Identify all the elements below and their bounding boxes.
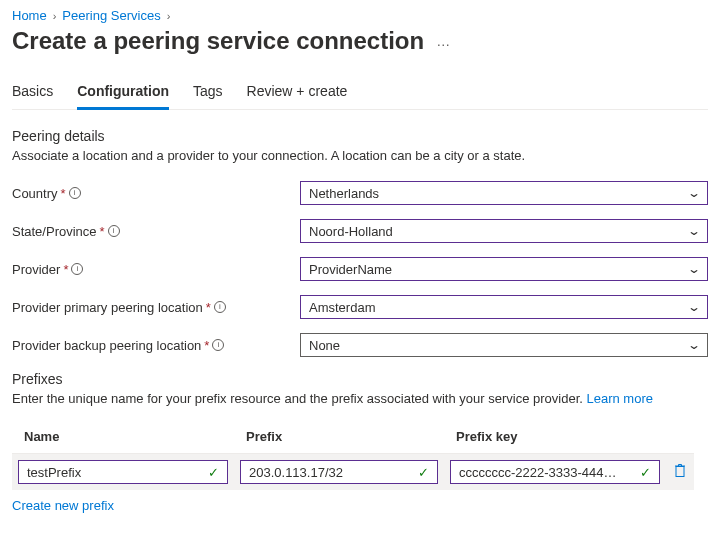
chevron-down-icon: ⌄ [687,224,701,238]
page-title: Create a peering service connection [12,27,424,55]
chevron-right-icon: › [167,10,171,22]
state-label-text: State/Province [12,224,97,239]
prefix-key-input[interactable]: cccccccc-2222-3333-4444-d... ✓ [450,460,660,484]
check-icon: ✓ [418,465,429,480]
breadcrumb: Home › Peering Services › [12,8,708,23]
backup-location-value: None [309,338,340,353]
country-label-text: Country [12,186,58,201]
primary-location-label-text: Provider primary peering location [12,300,203,315]
backup-location-label-text: Provider backup peering location [12,338,201,353]
peering-details-desc: Associate a location and a provider to y… [12,148,708,163]
country-select[interactable]: Netherlands ⌄ [300,181,708,205]
provider-value: ProviderName [309,262,392,277]
info-icon[interactable]: i [71,263,83,275]
delete-icon[interactable] [673,463,687,481]
prefixes-table: Name Prefix Prefix key testPrefix ✓ 203.… [12,420,694,490]
prefix-name-input[interactable]: testPrefix ✓ [18,460,228,484]
country-label: Country * i [12,186,300,201]
col-prefix-header: Prefix [234,420,444,454]
tab-tags[interactable]: Tags [193,83,223,109]
tab-review-create[interactable]: Review + create [247,83,348,109]
required-icon: * [204,338,209,353]
required-icon: * [100,224,105,239]
create-new-prefix-link[interactable]: Create new prefix [12,498,114,513]
svg-rect-0 [676,467,684,477]
prefixes-desc: Enter the unique name for your prefix re… [12,391,708,406]
required-icon: * [63,262,68,277]
breadcrumb-peering-services[interactable]: Peering Services [62,8,160,23]
prefix-name-value: testPrefix [27,465,81,480]
provider-label-text: Provider [12,262,60,277]
primary-location-label: Provider primary peering location * i [12,300,300,315]
provider-label: Provider * i [12,262,300,277]
prefix-value: 203.0.113.17/32 [249,465,343,480]
info-icon[interactable]: i [212,339,224,351]
more-options-icon[interactable]: … [436,33,451,49]
chevron-down-icon: ⌄ [687,338,701,352]
chevron-down-icon: ⌄ [687,262,701,276]
tab-configuration[interactable]: Configuration [77,83,169,110]
country-value: Netherlands [309,186,379,201]
primary-location-select[interactable]: Amsterdam ⌄ [300,295,708,319]
provider-select[interactable]: ProviderName ⌄ [300,257,708,281]
col-name-header: Name [12,420,234,454]
chevron-right-icon: › [53,10,57,22]
backup-location-select[interactable]: None ⌄ [300,333,708,357]
state-value: Noord-Holland [309,224,393,239]
prefixes-desc-text: Enter the unique name for your prefix re… [12,391,586,406]
learn-more-link[interactable]: Learn more [586,391,652,406]
info-icon[interactable]: i [108,225,120,237]
check-icon: ✓ [640,465,651,480]
tab-basics[interactable]: Basics [12,83,53,109]
state-select[interactable]: Noord-Holland ⌄ [300,219,708,243]
prefixes-heading: Prefixes [12,371,708,387]
required-icon: * [206,300,211,315]
prefix-key-value: cccccccc-2222-3333-4444-d... [459,465,621,480]
state-label: State/Province * i [12,224,300,239]
chevron-down-icon: ⌄ [687,300,701,314]
required-icon: * [61,186,66,201]
page-title-row: Create a peering service connection … [12,27,708,55]
info-icon[interactable]: i [69,187,81,199]
prefix-row: testPrefix ✓ 203.0.113.17/32 ✓ cccccccc-… [12,454,694,491]
check-icon: ✓ [208,465,219,480]
chevron-down-icon: ⌄ [687,186,701,200]
peering-details-heading: Peering details [12,128,708,144]
prefix-value-input[interactable]: 203.0.113.17/32 ✓ [240,460,438,484]
info-icon[interactable]: i [214,301,226,313]
table-header-row: Name Prefix Prefix key [12,420,694,454]
primary-location-value: Amsterdam [309,300,375,315]
col-key-header: Prefix key [444,420,666,454]
breadcrumb-home[interactable]: Home [12,8,47,23]
tab-bar: Basics Configuration Tags Review + creat… [12,83,708,110]
backup-location-label: Provider backup peering location * i [12,338,300,353]
